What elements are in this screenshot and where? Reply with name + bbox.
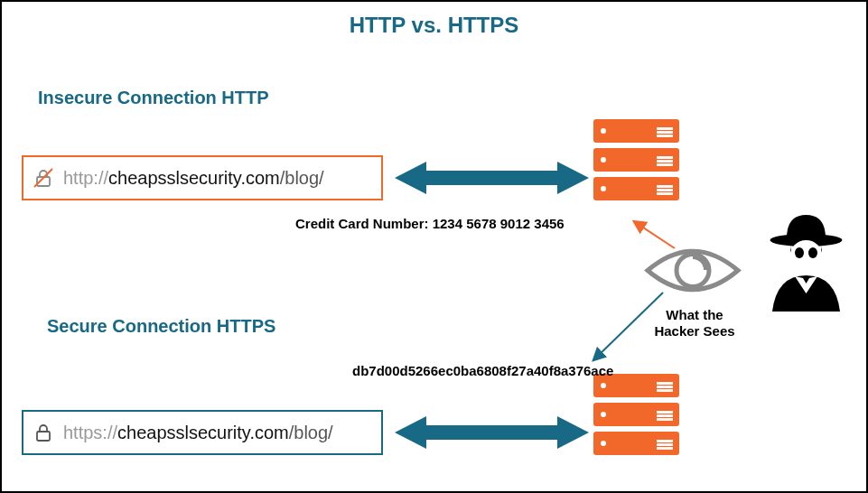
https-url-scheme: https:// [63, 423, 117, 442]
https-url-text: https://cheapsslsecurity.com/blog/ [63, 423, 333, 443]
svg-line-11 [635, 222, 675, 248]
http-double-arrow [395, 160, 589, 200]
svg-marker-3 [395, 162, 589, 194]
https-address-bar: https://cheapsslsecurity.com/blog/ [22, 410, 383, 455]
insecure-lock-icon [31, 165, 56, 191]
http-address-bar: http://cheapsslsecurity.com/blog/ [22, 155, 383, 200]
svg-point-9 [808, 247, 817, 258]
ciphertext-data: db7d00d5266ec0ba6808f27a40f8a376ace [352, 363, 613, 378]
server-icon [593, 403, 679, 426]
http-server-stack [593, 119, 679, 200]
svg-point-8 [795, 247, 804, 258]
server-icon [593, 119, 679, 143]
https-url-path: /blog/ [289, 423, 333, 442]
server-icon [593, 432, 679, 455]
https-server-stack [593, 374, 679, 455]
http-url-text: http://cheapsslsecurity.com/blog/ [63, 168, 324, 189]
plaintext-data: Credit Card Number: 1234 5678 9012 3456 [295, 216, 565, 231]
server-icon [593, 177, 679, 200]
eye-to-ciphertext-arrow [589, 289, 670, 369]
hacker-icon [754, 208, 858, 315]
diagram-title: HTTP vs. HTTPS [2, 13, 866, 38]
server-icon [593, 148, 679, 172]
http-url-host: cheapsslsecurity.com [108, 168, 280, 188]
diagram-frame: HTTP vs. HTTPS Insecure Connection HTTP … [0, 0, 868, 493]
svg-line-12 [594, 293, 663, 359]
svg-point-7 [790, 240, 823, 273]
svg-rect-2 [37, 432, 50, 441]
eye-to-plaintext-arrow [630, 217, 679, 256]
svg-marker-4 [395, 416, 589, 449]
secure-lock-icon [31, 420, 56, 445]
http-url-path: /blog/ [280, 168, 324, 188]
http-url-scheme: http:// [63, 168, 108, 188]
https-double-arrow [395, 414, 589, 454]
https-url-host: cheapsslsecurity.com [117, 423, 289, 442]
https-section-label: Secure Connection HTTPS [47, 316, 275, 337]
http-section-label: Insecure Connection HTTP [38, 88, 269, 108]
